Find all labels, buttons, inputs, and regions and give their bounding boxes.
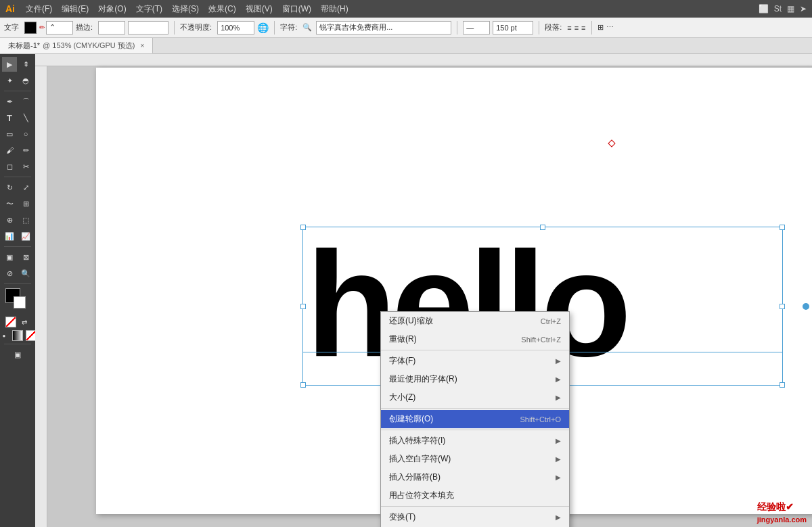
swatch-options: ⇄ [5, 317, 30, 327]
cm-insert-break[interactable]: 插入分隔符(B) ▶ [381, 468, 569, 486]
pen-tool[interactable]: ✒ [2, 94, 17, 109]
warp-tool[interactable]: 〜 [2, 196, 17, 211]
stroke-label: 描边: [76, 22, 93, 32]
font-size-field[interactable]: 150 pt [493, 21, 533, 35]
font-dropdown[interactable]: 锐字真吉体免费商用... [316, 21, 451, 35]
menu-help[interactable]: 帮助(H) [321, 3, 348, 15]
sep1 [174, 21, 175, 35]
menu-text[interactable]: 文字(T) [136, 3, 162, 15]
circle-handle-right[interactable] [803, 303, 809, 310]
titlebar-right-icons: ⬜ St ▦ ➤ [759, 4, 807, 14]
shape-builder-tool[interactable]: ⊕ [2, 212, 17, 227]
lasso-tool[interactable]: ◓ [18, 73, 33, 88]
cm-redo[interactable]: 重做(R) Shift+Ctrl+Z [381, 330, 569, 348]
menu-object[interactable]: 对象(O) [98, 3, 126, 15]
tool-row-2: ✦ ◓ [2, 73, 33, 88]
stroke-dropdown[interactable]: ⌃ [46, 21, 73, 35]
menu-edit[interactable]: 编辑(E) [62, 3, 89, 15]
line-tool[interactable]: ╲ [18, 110, 33, 125]
align-right-icon[interactable]: ≡ [581, 24, 585, 32]
tool-sep-2 [4, 177, 31, 177]
share-icon[interactable]: ➤ [800, 4, 807, 14]
artboard-tool[interactable]: ▣ [10, 347, 25, 362]
tool-sep-1 [4, 91, 31, 91]
handle-top-right[interactable] [780, 225, 785, 230]
para-label: 段落: [545, 22, 562, 32]
tool-row-10: ⊕ ⬚ [2, 212, 33, 227]
cm-sep-4 [381, 506, 569, 507]
direct-select-tool[interactable]: ⇞ [18, 57, 33, 72]
cm-size[interactable]: 大小(Z) ▶ [381, 388, 569, 407]
free-transform-tool[interactable]: ⊞ [18, 196, 33, 211]
fill-swatch[interactable] [24, 22, 37, 34]
context-menu: 还原(U)缩放 Ctrl+Z 重做(R) Shift+Ctrl+Z 字体(F) … [380, 311, 570, 527]
globe-icon[interactable]: 🌐 [257, 22, 269, 33]
menu-window[interactable]: 窗口(W) [282, 3, 311, 15]
align-left-icon[interactable]: ≡ [567, 24, 571, 32]
opacity-dropdown[interactable]: 100% [217, 21, 254, 35]
menu-view[interactable]: 视图(V) [246, 3, 273, 15]
cm-fill-placeholder[interactable]: 用占位符文本填充 [381, 486, 569, 505]
main-content: ▶ ⇞ ✦ ◓ ✒ ⌒ T ╲ ▭ ○ 🖌 ✏ ◻ ✂ ↻ [0, 54, 812, 527]
adobe-icon[interactable]: St [774, 4, 782, 14]
cm-insert-special[interactable]: 插入特殊字符(I) ▶ [381, 432, 569, 450]
more-options-icon[interactable]: ⋯ [606, 23, 614, 32]
font-size-minus[interactable]: — [463, 21, 490, 35]
cm-recent-font[interactable]: 最近使用的字体(R) ▶ [381, 370, 569, 388]
none-swatch[interactable] [5, 317, 16, 327]
grid-options-icon[interactable]: ⊞ [597, 23, 604, 32]
cm-undo-shortcut: Ctrl+Z [541, 317, 561, 325]
handle-bot-right[interactable] [780, 382, 785, 388]
stroke-style-dropdown[interactable] [128, 21, 168, 35]
eyedropper-tool[interactable]: ⊘ [2, 266, 17, 281]
handle-mid-right[interactable] [780, 304, 785, 309]
scissors-tool[interactable]: ✂ [18, 159, 33, 174]
menu-file[interactable]: 文件(F) [26, 3, 52, 15]
chart-tool[interactable]: 📊 [2, 229, 17, 244]
cm-transform[interactable]: 变换(T) ▶ [381, 508, 569, 526]
menu-select[interactable]: 选择(S) [172, 3, 199, 15]
cm-undo[interactable]: 还原(U)缩放 Ctrl+Z [381, 312, 569, 330]
magic-wand-tool[interactable]: ✦ [2, 73, 17, 88]
select-tool[interactable]: ▶ [2, 57, 17, 72]
gradient-tool[interactable]: ▣ [2, 250, 17, 265]
menu-effect[interactable]: 效果(C) [208, 3, 236, 15]
zoom-tool[interactable]: 🔍 [18, 266, 33, 281]
ellipse-tool[interactable]: ○ [18, 127, 33, 141]
grid-icon[interactable]: ▦ [787, 4, 794, 14]
font-label: 字符: [280, 22, 297, 32]
live-paint-tool[interactable]: ⬚ [18, 212, 33, 227]
handle-bot-left[interactable] [300, 382, 306, 388]
tool-sep-3 [4, 246, 31, 247]
tab-close-button[interactable]: × [141, 42, 145, 49]
scale-tool[interactable]: ⤢ [18, 180, 33, 195]
cm-font[interactable]: 字体(F) ▶ [381, 352, 569, 370]
eraser-tool[interactable]: ◻ [2, 159, 17, 174]
swap-colors-icon[interactable]: ⇄ [19, 317, 30, 327]
stroke-size-dropdown[interactable] [98, 21, 125, 35]
document-tab[interactable]: 未标题-1* @ 153% (CMYK/GPU 预选) × [0, 38, 153, 53]
search-font-icon: 🔍 [302, 23, 312, 32]
tool-row-9: 〜 ⊞ [2, 196, 33, 211]
color-mode-icon[interactable]: ● [0, 330, 9, 341]
handle-top-left[interactable] [300, 225, 306, 230]
text-tool[interactable]: T [2, 110, 17, 125]
menu-bar[interactable]: 文件(F) 编辑(E) 对象(O) 文字(T) 选择(S) 效果(C) 视图(V… [26, 3, 348, 15]
handle-mid-left[interactable] [300, 304, 306, 309]
cm-insert-break-label: 插入分隔符(B) [389, 472, 441, 483]
rotate-tool[interactable]: ↻ [2, 180, 17, 195]
mesh-tool[interactable]: ⊠ [18, 250, 33, 265]
curvature-tool[interactable]: ⌒ [18, 94, 33, 109]
color-mode-row: ● [0, 330, 37, 341]
align-center-icon[interactable]: ≡ [574, 24, 579, 32]
rect-tool[interactable]: ▭ [2, 127, 17, 141]
search-icon[interactable]: ⬜ [759, 4, 769, 14]
column-chart-tool[interactable]: 📈 [18, 229, 33, 244]
cm-create-outline[interactable]: 创建轮廓(O) Shift+Ctrl+O [381, 410, 569, 428]
background-swatch[interactable] [14, 296, 26, 308]
pencil-tool[interactable]: ✏ [18, 143, 33, 158]
gradient-mode-icon[interactable] [12, 330, 23, 341]
cm-insert-whitespace[interactable]: 插入空白字符(W) ▶ [381, 450, 569, 468]
ruler-top [35, 54, 812, 66]
paintbrush-tool[interactable]: 🖌 [2, 143, 17, 158]
